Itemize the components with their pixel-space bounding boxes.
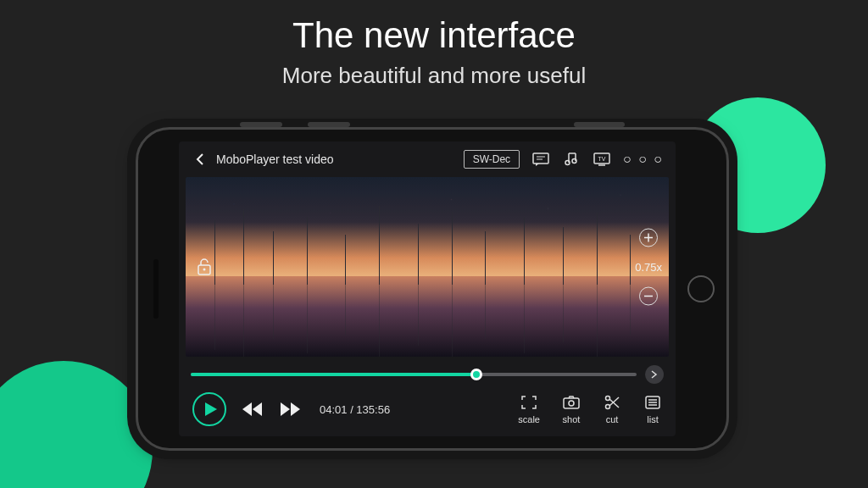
promo-title: The new interface (0, 15, 868, 56)
rewind-button[interactable] (242, 402, 264, 417)
tool-scale[interactable]: scale (518, 394, 540, 424)
lock-icon[interactable] (192, 255, 216, 279)
play-button[interactable] (192, 392, 226, 426)
tool-label: list (647, 414, 658, 424)
tool-label: shot (563, 414, 581, 424)
seek-slider[interactable] (191, 373, 637, 376)
svg-line-17 (609, 399, 619, 408)
audio-track-icon[interactable] (562, 150, 581, 169)
seek-knob[interactable] (470, 369, 482, 380)
phone-hw-button (240, 122, 282, 127)
video-content (524, 217, 525, 286)
zoom-out-icon[interactable] (639, 287, 658, 306)
video-content (418, 224, 419, 285)
back-icon[interactable] (191, 150, 209, 169)
svg-line-18 (609, 397, 619, 406)
tool-label: cut (606, 414, 619, 424)
controls-row: 04:01 / 135:56 scale shot (179, 387, 676, 436)
svg-point-4 (572, 159, 576, 164)
scale-icon (520, 394, 538, 411)
scissors-icon (603, 394, 621, 411)
time-display: 04:01 / 135:56 (320, 403, 390, 416)
promo-subtitle: More beautiful and more useful (0, 63, 868, 89)
phone-hw-button (574, 122, 625, 127)
video-content (345, 235, 346, 285)
video-area[interactable]: 0.75x (186, 177, 669, 357)
zoom-in-icon[interactable] (639, 229, 658, 247)
progress-row (179, 357, 676, 387)
svg-point-3 (565, 161, 570, 165)
video-content (273, 231, 274, 286)
tv-cast-icon[interactable]: TV (593, 150, 611, 169)
decor-circle (0, 361, 153, 488)
video-title: MoboPlayer test video (216, 152, 334, 166)
tool-cut[interactable]: cut (603, 394, 621, 424)
video-content (485, 231, 486, 286)
svg-point-9 (203, 269, 206, 271)
player-screen: MoboPlayer test video SW-Dec TV ○ ○ ○ (179, 141, 676, 436)
phone-frame: MoboPlayer test video SW-Dec TV ○ ○ ○ (136, 127, 729, 451)
svg-rect-0 (533, 153, 548, 164)
video-content (379, 206, 380, 285)
subtitle-icon[interactable] (531, 150, 550, 169)
fast-forward-button[interactable] (279, 402, 301, 417)
video-content (243, 209, 244, 285)
decoder-chip[interactable]: SW-Dec (464, 150, 520, 169)
tool-shot[interactable]: shot (562, 394, 581, 424)
list-icon (643, 394, 662, 411)
phone-hw-button (308, 122, 350, 127)
zoom-level-label: 0.75x (635, 261, 662, 274)
video-content (563, 227, 564, 285)
tool-label: scale (518, 414, 540, 424)
player-topbar: MoboPlayer test video SW-Dec TV ○ ○ ○ (179, 141, 676, 177)
svg-point-14 (569, 401, 574, 406)
svg-rect-13 (564, 398, 579, 408)
next-chapter-icon[interactable] (645, 365, 664, 384)
tool-list[interactable]: list (643, 394, 662, 424)
more-options-icon[interactable]: ○ ○ ○ (623, 152, 664, 167)
video-content (630, 235, 631, 285)
svg-text:TV: TV (598, 156, 606, 162)
video-content (452, 213, 453, 285)
camera-icon (562, 394, 581, 411)
video-content (597, 213, 598, 285)
video-content (307, 217, 308, 286)
seek-fill (191, 373, 476, 376)
